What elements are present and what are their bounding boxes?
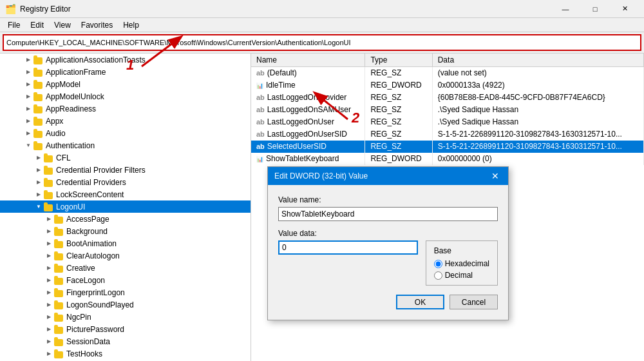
table-row[interactable]: abLastLoggedOnProvider REG_SZ {60B78E88-… xyxy=(251,92,644,104)
close-button[interactable]: ✕ xyxy=(611,0,639,18)
expand-icon[interactable]: ▼ xyxy=(23,141,33,151)
tree-item[interactable]: ▶ PicturePassword xyxy=(0,323,251,335)
expand-icon[interactable]: ▶ xyxy=(44,288,54,298)
expand-icon[interactable]: ▶ xyxy=(33,190,44,200)
hexadecimal-input[interactable] xyxy=(434,260,442,268)
value-name-input[interactable] xyxy=(278,207,498,221)
menu-bar: File Edit View Favorites Help xyxy=(0,18,644,32)
expand-icon[interactable]: ▶ xyxy=(44,275,54,286)
expand-icon[interactable]: ▶ xyxy=(44,226,54,237)
reg-type: REG_SZ xyxy=(365,104,432,116)
decimal-radio[interactable]: Decimal xyxy=(434,271,489,280)
decimal-input[interactable] xyxy=(434,271,442,280)
dialog-title-bar: Edit DWORD (32-bit) Value ✕ xyxy=(268,167,508,185)
tree-label: BootAnimation xyxy=(66,239,117,248)
tree-item[interactable]: ▶ TestHooks xyxy=(0,347,251,360)
tree-item-authentication[interactable]: ▼ Authentication xyxy=(0,139,251,151)
tree-item[interactable]: ▶ LockScreenContent xyxy=(0,188,251,200)
menu-help[interactable]: Help xyxy=(118,19,144,31)
folder-icon xyxy=(54,288,64,297)
tree-item[interactable]: ▶ Credential Providers xyxy=(0,176,251,188)
menu-favorites[interactable]: Favorites xyxy=(76,19,118,31)
expand-icon[interactable]: ▶ xyxy=(23,128,33,139)
tree-label: ClearAutologon xyxy=(66,251,120,260)
expand-icon[interactable]: ▶ xyxy=(44,239,54,249)
tree-item[interactable]: ▶ SessionData xyxy=(0,335,251,347)
minimize-button[interactable]: — xyxy=(551,0,580,18)
tree-item-logonui[interactable]: ▼ LogonUI xyxy=(0,200,251,213)
folder-icon xyxy=(33,104,44,113)
expand-icon[interactable]: ▶ xyxy=(44,300,54,310)
table-row[interactable]: 📊ShowTabletKeyboard REG_DWORD 0x00000000… xyxy=(251,153,644,165)
expand-icon[interactable]: ▶ xyxy=(23,92,33,102)
expand-icon[interactable]: ▶ xyxy=(23,55,33,65)
maximize-button[interactable]: □ xyxy=(581,0,609,18)
hexadecimal-radio[interactable]: Hexadecimal xyxy=(434,259,489,268)
expand-icon[interactable]: ▶ xyxy=(33,177,44,188)
tree-item[interactable]: ▶ CFL xyxy=(0,151,251,164)
expand-icon[interactable]: ▶ xyxy=(33,153,44,163)
expand-icon[interactable]: ▶ xyxy=(33,165,44,175)
folder-icon xyxy=(54,313,64,322)
tree-item[interactable]: ▶ Credential Provider Filters xyxy=(0,164,251,176)
tree-item[interactable]: ▶ ApplicationFrame xyxy=(0,66,251,78)
dialog-close-button[interactable]: ✕ xyxy=(489,171,502,181)
table-row[interactable]: abLastLoggedOnUser REG_SZ .\Syed Sadique… xyxy=(251,116,644,128)
menu-file[interactable]: File xyxy=(3,19,25,31)
tree-item[interactable]: ▶ FingerprintLogon xyxy=(0,286,251,298)
expand-icon[interactable]: ▶ xyxy=(44,263,54,273)
tree-item[interactable]: ▶ LogonSoundPlayed xyxy=(0,298,251,311)
tree-item[interactable]: ▶ ClearAutologon xyxy=(0,249,251,262)
expand-icon[interactable]: ▶ xyxy=(23,67,33,77)
table-row[interactable]: ab(Default) REG_SZ (value not set) xyxy=(251,67,644,79)
value-data-label: Value data: xyxy=(278,229,498,238)
table-row[interactable]: abLastLoggedOnSAMUser REG_SZ .\Syed Sadi… xyxy=(251,104,644,116)
cancel-button[interactable]: Cancel xyxy=(450,295,498,309)
edit-dword-dialog[interactable]: Edit DWORD (32-bit) Value ✕ Value name: … xyxy=(267,166,509,320)
address-path[interactable]: Computer\HKEY_LOCAL_MACHINE\SOFTWARE\Mic… xyxy=(6,39,638,46)
reg-name: abSelectedUserSID xyxy=(251,141,365,153)
reg-name: 📊IdleTime xyxy=(251,79,365,92)
value-name-label: Value name: xyxy=(278,195,498,204)
tree-item[interactable]: ▶ Appx xyxy=(0,115,251,127)
expand-icon[interactable]: ▶ xyxy=(44,349,54,359)
table-row-selected-usersid[interactable]: abSelectedUserSID REG_SZ S-1-5-21-226899… xyxy=(251,141,644,153)
tree-label: ApplicationFrame xyxy=(46,68,106,77)
tree-label: LogonSoundPlayed xyxy=(66,300,134,309)
expand-icon[interactable]: ▶ xyxy=(23,116,33,126)
tree-item[interactable]: ▶ BootAnimation xyxy=(0,237,251,249)
reg-type: REG_DWORD xyxy=(365,79,432,92)
expand-icon[interactable]: ▶ xyxy=(23,79,33,90)
tree-label: Authentication xyxy=(46,141,95,150)
expand-icon[interactable]: ▶ xyxy=(44,337,54,347)
tree-item[interactable]: ▶ FaceLogon xyxy=(0,274,251,286)
tree-label: ApplicationAssociationToasts xyxy=(46,55,146,64)
value-data-input[interactable] xyxy=(278,240,418,255)
expand-icon[interactable]: ▶ xyxy=(44,214,54,224)
tree-label: LockScreenContent xyxy=(56,190,124,199)
expand-icon[interactable]: ▶ xyxy=(44,312,54,322)
window-controls: — □ ✕ xyxy=(551,0,639,18)
menu-view[interactable]: View xyxy=(49,19,76,31)
tree-item[interactable]: ▶ AppModelUnlock xyxy=(0,90,251,102)
tree-item[interactable]: ▶ Audio xyxy=(0,127,251,139)
table-row[interactable]: abLastLoggedOnUserSID REG_SZ S-1-5-21-22… xyxy=(251,128,644,141)
tree-item-background[interactable]: ▶ Background xyxy=(0,225,251,237)
tree-item[interactable]: ▶ AccessPage xyxy=(0,213,251,225)
tree-pane[interactable]: ▶ ApplicationAssociationToasts ▶ Applica… xyxy=(0,54,251,361)
tree-item[interactable]: ▶ NgcPin xyxy=(0,311,251,323)
tree-item[interactable]: ▶ ApplicationAssociationToasts xyxy=(0,54,251,66)
table-row[interactable]: 📊IdleTime REG_DWORD 0x0000133a (4922) xyxy=(251,79,644,92)
menu-edit[interactable]: Edit xyxy=(25,19,49,31)
expand-icon[interactable]: ▶ xyxy=(23,104,33,114)
tree-item[interactable]: ▶ AppModel xyxy=(0,78,251,90)
expand-icon[interactable]: ▶ xyxy=(44,251,54,261)
reg-name: ab(Default) xyxy=(251,67,365,79)
tree-item[interactable]: ▶ AppReadiness xyxy=(0,102,251,115)
expand-icon[interactable]: ▶ xyxy=(44,324,54,335)
ok-button[interactable]: OK xyxy=(396,295,444,309)
title-bar-text: Registry Editor xyxy=(20,5,71,14)
expand-icon[interactable]: ▼ xyxy=(33,202,44,212)
tree-item-creative[interactable]: ▶ Creative xyxy=(0,262,251,274)
folder-icon xyxy=(33,129,44,138)
